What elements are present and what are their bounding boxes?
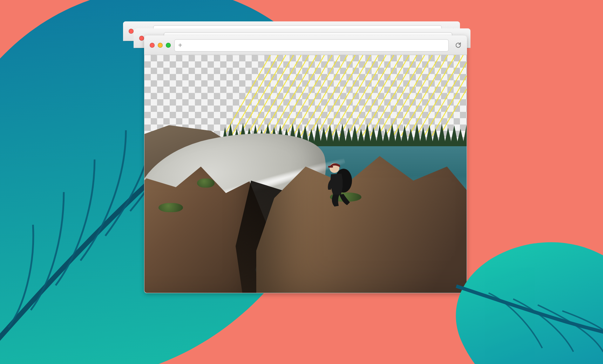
moss-patch <box>197 178 215 188</box>
person-with-backpack <box>316 153 358 209</box>
svg-rect-3 <box>328 166 333 168</box>
close-icon[interactable] <box>150 43 155 48</box>
titlebar: + <box>144 35 467 55</box>
viewport <box>144 55 467 293</box>
plus-icon[interactable]: + <box>178 41 182 49</box>
canvas: + + <box>0 0 603 364</box>
moss-patch <box>158 203 183 212</box>
zoom-icon[interactable] <box>166 43 171 48</box>
close-icon[interactable] <box>129 29 134 34</box>
browser-window-front: + <box>144 35 467 293</box>
reload-icon[interactable] <box>454 41 462 49</box>
minimize-icon[interactable] <box>158 43 163 48</box>
window-controls <box>150 43 171 48</box>
close-icon[interactable] <box>139 36 144 41</box>
address-bar[interactable]: + <box>174 39 449 52</box>
